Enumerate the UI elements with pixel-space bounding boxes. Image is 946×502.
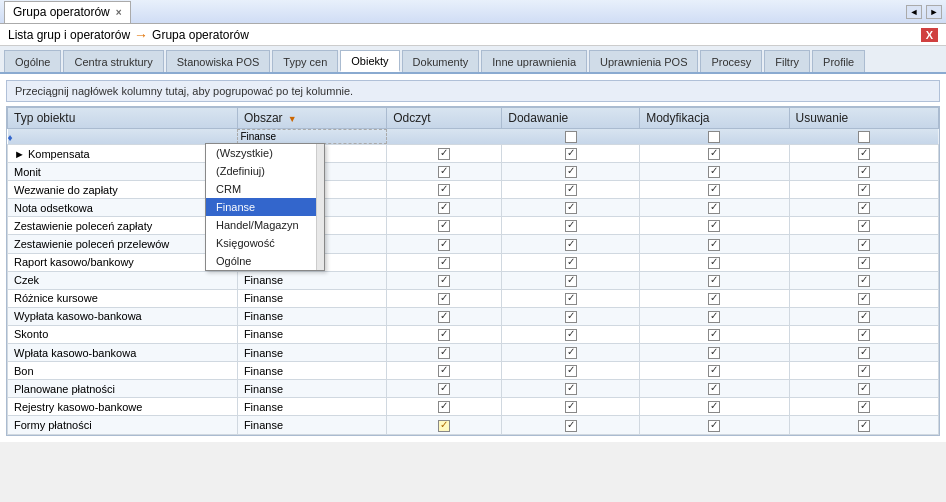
odczyt-checkbox[interactable] — [438, 166, 450, 178]
cell-modyfikacja[interactable] — [640, 199, 789, 217]
odczyt-checkbox[interactable] — [438, 148, 450, 160]
dodawanie-checkbox[interactable] — [565, 347, 577, 359]
modyfikacja-checkbox[interactable] — [708, 220, 720, 232]
cell-dodawanie[interactable] — [502, 235, 640, 253]
cell-usuwanie[interactable] — [789, 289, 938, 307]
modyfikacja-checkbox[interactable] — [708, 329, 720, 341]
cell-odczyt[interactable] — [387, 289, 502, 307]
dropdown-item-crm[interactable]: CRM — [206, 180, 324, 198]
cell-odczyt[interactable] — [387, 145, 502, 163]
cell-dodawanie[interactable] — [502, 325, 640, 343]
filter-dodawanie[interactable] — [502, 129, 640, 145]
dropdown-item-handel[interactable]: Handel/Magazyn — [206, 216, 324, 234]
cell-usuwanie[interactable] — [789, 380, 938, 398]
cell-dodawanie[interactable] — [502, 181, 640, 199]
cell-dodawanie[interactable] — [502, 145, 640, 163]
obszar-filter-input[interactable] — [237, 129, 386, 144]
cell-dodawanie[interactable] — [502, 344, 640, 362]
cell-usuwanie[interactable] — [789, 398, 938, 416]
tab-stanowiska[interactable]: Stanowiska POS — [166, 50, 271, 72]
odczyt-checkbox[interactable] — [438, 293, 450, 305]
cell-usuwanie[interactable] — [789, 416, 938, 434]
usuwanie-checkbox[interactable] — [858, 239, 870, 251]
cell-dodawanie[interactable] — [502, 416, 640, 434]
odczyt-checkbox[interactable] — [438, 401, 450, 413]
cell-dodawanie[interactable] — [502, 380, 640, 398]
dodawanie-checkbox[interactable] — [565, 383, 577, 395]
modyfikacja-checkbox[interactable] — [708, 184, 720, 196]
cell-dodawanie[interactable] — [502, 199, 640, 217]
cell-dodawanie[interactable] — [502, 271, 640, 289]
cell-modyfikacja[interactable] — [640, 289, 789, 307]
usuwanie-checkbox[interactable] — [858, 257, 870, 269]
cell-usuwanie[interactable] — [789, 163, 938, 181]
odczyt-checkbox[interactable] — [438, 239, 450, 251]
usuwanie-checkbox[interactable] — [858, 401, 870, 413]
cell-dodawanie[interactable] — [502, 362, 640, 380]
odczyt-checkbox[interactable] — [438, 365, 450, 377]
filter-modyfikacja-cb[interactable] — [708, 131, 720, 143]
cell-odczyt[interactable] — [387, 163, 502, 181]
cell-odczyt[interactable] — [387, 380, 502, 398]
cell-odczyt[interactable] — [387, 325, 502, 343]
tab-filtry[interactable]: Filtry — [764, 50, 810, 72]
usuwanie-checkbox[interactable] — [858, 347, 870, 359]
tab-centra[interactable]: Centra struktury — [63, 50, 163, 72]
dodawanie-checkbox[interactable] — [565, 311, 577, 323]
odczyt-checkbox[interactable] — [438, 311, 450, 323]
cell-modyfikacja[interactable] — [640, 271, 789, 289]
modyfikacja-checkbox[interactable] — [708, 148, 720, 160]
breadcrumb-root[interactable]: Lista grup i operatorów — [8, 28, 130, 42]
usuwanie-checkbox[interactable] — [858, 420, 870, 432]
modyfikacja-checkbox[interactable] — [708, 311, 720, 323]
dodawanie-checkbox[interactable] — [565, 239, 577, 251]
filter-usuwanie-cb[interactable] — [858, 131, 870, 143]
odczyt-checkbox[interactable] — [438, 347, 450, 359]
cell-modyfikacja[interactable] — [640, 145, 789, 163]
cell-usuwanie[interactable] — [789, 325, 938, 343]
cell-usuwanie[interactable] — [789, 307, 938, 325]
tab-inne[interactable]: Inne uprawnienia — [481, 50, 587, 72]
cell-odczyt[interactable] — [387, 253, 502, 271]
modyfikacja-checkbox[interactable] — [708, 239, 720, 251]
nav-next-button[interactable]: ► — [926, 5, 942, 19]
usuwanie-checkbox[interactable] — [858, 383, 870, 395]
title-tab-close[interactable]: × — [116, 7, 122, 18]
cell-usuwanie[interactable] — [789, 235, 938, 253]
cell-usuwanie[interactable] — [789, 181, 938, 199]
cell-modyfikacja[interactable] — [640, 217, 789, 235]
cell-modyfikacja[interactable] — [640, 235, 789, 253]
filter-modyfikacja[interactable] — [640, 129, 789, 145]
obszar-dropdown[interactable]: (Wszystkie)(Zdefiniuj)CRMFinanseHandel/M… — [205, 143, 325, 271]
cell-dodawanie[interactable] — [502, 289, 640, 307]
cell-odczyt[interactable] — [387, 235, 502, 253]
tab-dokumenty[interactable]: Dokumenty — [402, 50, 480, 72]
cell-dodawanie[interactable] — [502, 398, 640, 416]
odczyt-checkbox[interactable] — [438, 383, 450, 395]
usuwanie-checkbox[interactable] — [858, 148, 870, 160]
dodawanie-checkbox[interactable] — [565, 257, 577, 269]
usuwanie-checkbox[interactable] — [858, 275, 870, 287]
cell-modyfikacja[interactable] — [640, 380, 789, 398]
modyfikacja-checkbox[interactable] — [708, 293, 720, 305]
dodawanie-checkbox[interactable] — [565, 420, 577, 432]
modyfikacja-checkbox[interactable] — [708, 257, 720, 269]
cell-odczyt[interactable] — [387, 271, 502, 289]
dodawanie-checkbox[interactable] — [565, 202, 577, 214]
dodawanie-checkbox[interactable] — [565, 365, 577, 377]
usuwanie-checkbox[interactable] — [858, 329, 870, 341]
usuwanie-checkbox[interactable] — [858, 293, 870, 305]
tab-procesy[interactable]: Procesy — [700, 50, 762, 72]
cell-odczyt[interactable] — [387, 344, 502, 362]
dodawanie-checkbox[interactable] — [565, 275, 577, 287]
odczyt-checkbox[interactable] — [438, 220, 450, 232]
dodawanie-checkbox[interactable] — [565, 166, 577, 178]
cell-dodawanie[interactable] — [502, 307, 640, 325]
cell-dodawanie[interactable] — [502, 217, 640, 235]
cell-modyfikacja[interactable] — [640, 344, 789, 362]
filter-dodawanie-cb[interactable] — [565, 131, 577, 143]
title-tab[interactable]: Grupa operatorów × — [4, 1, 131, 23]
cell-odczyt[interactable] — [387, 416, 502, 434]
modyfikacja-checkbox[interactable] — [708, 166, 720, 178]
cell-modyfikacja[interactable] — [640, 362, 789, 380]
